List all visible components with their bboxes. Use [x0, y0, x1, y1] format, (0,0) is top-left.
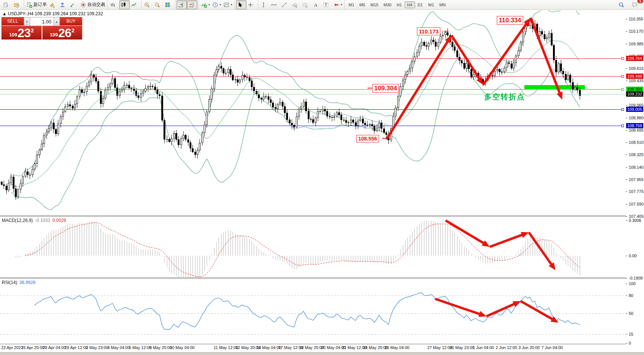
sell-price-button[interactable]: 109 23 2: [1, 26, 42, 39]
zoom-out-button[interactable]: [153, 0, 164, 9]
trend-icon: [281, 2, 287, 8]
price-axis: 110.355 110.170 109.985 109.800 109.615 …: [626, 10, 644, 352]
price-tick-mark: [626, 118, 627, 118]
new-order-button[interactable]: 新订单: [25, 0, 48, 9]
autotrading-button[interactable]: 自动交易: [79, 0, 106, 9]
cursor-button[interactable]: [236, 0, 246, 9]
styler-icon: [49, 2, 55, 8]
time-tick-label: 23 Apr 2021: [1, 345, 23, 350]
panel-separator[interactable]: [0, 216, 644, 217]
crosshair-icon: [247, 2, 253, 8]
periods-button[interactable]: ▾: [211, 0, 222, 9]
timeframe-m30-button[interactable]: M30: [381, 1, 394, 8]
rsi-tick-mark: [626, 334, 627, 335]
expand-icon[interactable]: ▲: [2, 11, 7, 16]
timeframe-mn-button[interactable]: MN: [437, 1, 448, 8]
hline-price-label: 108.758: [626, 123, 643, 128]
search-button[interactable]: [617, 0, 628, 9]
annotation-price-label[interactable]: 108.556: [356, 135, 379, 142]
text-button[interactable]: A: [311, 0, 322, 9]
crosshair-button[interactable]: [246, 0, 257, 9]
annotation-price-label[interactable]: 109.304: [372, 84, 399, 93]
macd-axis-label: 0.3006: [629, 218, 641, 223]
volume-decrease-button[interactable]: ▼: [24, 17, 30, 26]
price-tick-label: 110.170: [629, 29, 643, 33]
toolbar-group: [1, 0, 24, 9]
zoom-in-button[interactable]: [143, 0, 153, 9]
timeframe-d1-button[interactable]: D1: [415, 1, 425, 8]
hline-price-label: 109.499: [626, 74, 643, 79]
panel-separator[interactable]: [0, 278, 644, 279]
templates-button[interactable]: ▾: [222, 0, 233, 9]
signals-button[interactable]: [69, 0, 79, 9]
profiles-button[interactable]: [12, 0, 23, 9]
line-chart-button[interactable]: [130, 0, 140, 9]
toolbar-group: ▾▾▾: [198, 0, 234, 9]
bar-chart-button[interactable]: [109, 0, 119, 9]
timeframe-m15-button[interactable]: M15: [368, 1, 381, 8]
indicators-button[interactable]: ▾: [200, 0, 211, 9]
macd-axis-label: -0.1908: [629, 276, 643, 280]
tile-windows-button[interactable]: [164, 0, 174, 9]
toolbar-group: EFAT▾: [258, 0, 344, 9]
dropdown-caret-icon[interactable]: ▾: [208, 3, 210, 6]
buy-price-button[interactable]: 109 26 2: [42, 26, 82, 39]
timeframe-w1-button[interactable]: W1: [425, 1, 437, 8]
mt4-application: 新订单自动交易▾▾▾EFAT▾ M1M5M15M30H1H4D1W1MN 1 ▲…: [0, 0, 644, 355]
fibonacci-button[interactable]: F: [301, 0, 311, 9]
price-tick-mark: [626, 204, 627, 204]
dropdown-caret-icon[interactable]: ▾: [341, 3, 342, 6]
neworder-icon: [26, 2, 32, 8]
equidistant-channel-button[interactable]: E: [291, 0, 301, 9]
rsi-indicator-panel[interactable]: [0, 279, 626, 344]
new-chart-button[interactable]: [2, 0, 12, 9]
text-label-button[interactable]: T: [322, 0, 332, 9]
time-axis: 23 Apr 202126 Apr 20:0028 Apr 04:0029 Ap…: [0, 344, 644, 352]
macd-signal-value: 0.0029: [52, 218, 66, 223]
community-button[interactable]: [58, 0, 69, 9]
candlestick-chart-button[interactable]: [119, 0, 130, 9]
buy-button[interactable]: BUY: [60, 17, 82, 26]
time-tick-label: 27 May 12:00: [427, 345, 452, 350]
price-tick-label: 108.695: [629, 128, 644, 132]
trendline-button[interactable]: [280, 0, 291, 9]
main-price-chart[interactable]: [0, 10, 626, 215]
volume-increase-button[interactable]: ▲: [54, 17, 60, 26]
time-tick-label: 28 Apr 04:00: [43, 345, 66, 350]
chart-shift-button[interactable]: [187, 0, 197, 9]
annotation-connector: [444, 31, 449, 32]
current-price-label: 109.232: [626, 91, 643, 97]
annotation-price-label[interactable]: 110.334: [497, 16, 523, 25]
turning-point-note[interactable]: 多空转折点: [484, 92, 525, 102]
vertical-line-button[interactable]: [259, 0, 270, 9]
rsi-axis-label: 80: [629, 293, 633, 298]
price-tick-mark: [626, 191, 627, 192]
vline-icon: [260, 2, 266, 8]
ohlc-open: 109.239: [35, 11, 51, 16]
dropdown-caret-icon[interactable]: ▾: [231, 3, 232, 6]
macd-tick-mark: [626, 256, 627, 256]
arrows-button[interactable]: ▾: [332, 0, 343, 9]
macd-indicator-panel[interactable]: [0, 217, 626, 278]
price-tick-label: 110.355: [629, 17, 643, 21]
annotation-price-label[interactable]: 110.173: [417, 28, 440, 35]
volume-input[interactable]: 1.00: [30, 17, 54, 26]
rsi-axis-label: 0: [629, 341, 631, 345]
timeframe-m5-button[interactable]: M5: [357, 1, 368, 8]
chart-title-bar: ▲ USDJPY-,H4 109.239 109.264 109.232 109…: [2, 11, 103, 16]
styler-button[interactable]: [48, 0, 58, 9]
panel-separator: [0, 344, 644, 344]
price-tick-label: 107.775: [629, 189, 644, 194]
horizontal-line-button[interactable]: [270, 0, 280, 9]
timeframe-h1-button[interactable]: H1: [394, 1, 404, 8]
sell-button[interactable]: SELL: [1, 17, 24, 26]
panel-separator[interactable]: [0, 215, 644, 216]
timeframe-h4-button[interactable]: H4: [405, 1, 415, 8]
auto-scroll-button[interactable]: [177, 0, 187, 9]
buy-price-prefix: 109: [50, 32, 58, 38]
timeframe-m1-button[interactable]: M1: [346, 1, 357, 8]
panel-separator[interactable]: [0, 277, 644, 278]
price-tick-mark: [626, 31, 627, 32]
hline-price-label: 109.005: [626, 107, 643, 112]
dropdown-caret-icon[interactable]: ▾: [220, 3, 221, 6]
